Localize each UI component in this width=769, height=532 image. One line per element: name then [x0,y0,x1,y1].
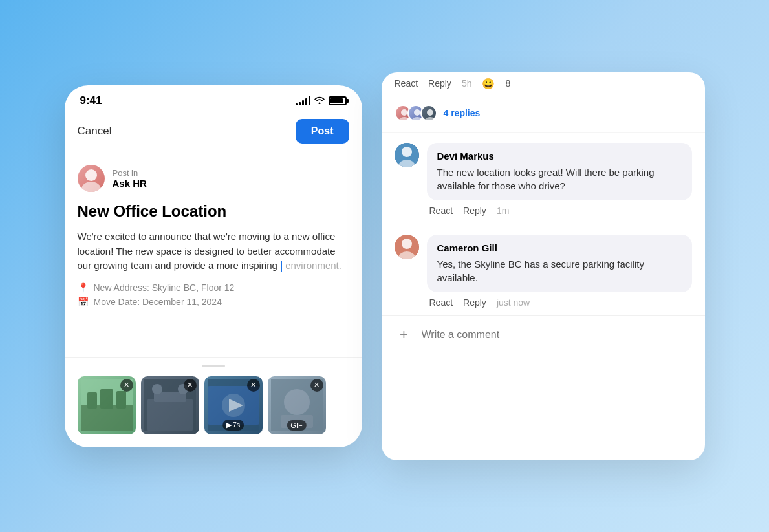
svg-point-17 [284,389,310,415]
replies-link[interactable]: 4 replies [444,108,481,118]
reply-avatar-3 [420,105,437,122]
svg-point-29 [402,239,412,249]
address-text: New Address: Skyline BC, Floor 12 [94,282,235,293]
nav-bar: Cancel Post [65,114,362,154]
svg-point-24 [424,117,436,122]
svg-rect-8 [147,399,193,431]
cameron-react-button[interactable]: React [429,297,453,308]
scene: 9:41 [0,0,769,532]
meta-address: 📍 New Address: Skyline BC, Floor 12 [78,282,349,293]
calendar-icon: 📅 [78,297,89,307]
chat-panel: React Reply 5h 😀 8 [382,72,705,460]
image-strip: ✕ ✕ [65,371,362,447]
location-icon: 📍 [78,282,89,293]
video-duration-badge: ▶ Write a comment 7s [222,420,244,431]
svg-rect-6 [116,391,126,409]
devi-reply-button[interactable]: Reply [463,206,486,216]
play-icon: ▶ [226,421,232,429]
status-icons [296,96,347,106]
remove-image-3-button[interactable]: ✕ [247,379,260,392]
battery-icon [329,96,347,105]
channel-name: Ask HR [113,178,147,189]
drag-pill [202,365,225,367]
svg-point-10 [152,384,162,394]
cameron-comment-actions: React Reply just now [427,297,692,313]
signal-bars-icon [296,96,310,105]
image-thumb-1[interactable]: ✕ [78,376,136,434]
svg-point-0 [85,169,97,181]
author-avatar [78,165,105,192]
emoji-reaction-top[interactable]: 😀 [482,78,495,90]
svg-point-26 [402,147,412,157]
reply-button-top[interactable]: Reply [428,78,451,89]
post-in-label: Post in [113,168,147,178]
svg-rect-5 [100,389,113,409]
devi-comment-time: 1m [497,206,509,216]
status-bar: 9:41 [65,85,362,114]
post-meta: 📍 New Address: Skyline BC, Floor 12 📅 Mo… [78,282,349,307]
devi-comment-body: Devi Markus The new location looks great… [427,143,692,221]
author-info: Post in Ask HR [113,168,147,189]
svg-point-23 [427,109,433,116]
devi-avatar [395,143,419,167]
comment-input[interactable] [422,329,692,341]
react-button-top[interactable]: React [395,78,418,89]
cameron-reply-button[interactable]: Reply [463,297,486,308]
post-body-cursor: environment. [285,260,341,271]
image-thumb-3[interactable]: ✕ ▶ Write a comment 7s [204,376,263,434]
remove-image-2-button[interactable]: ✕ [184,379,197,392]
reply-avatars [395,105,437,122]
drag-handle [65,358,362,371]
reaction-count-top: 8 [505,78,510,89]
devi-react-button[interactable]: React [429,206,453,216]
status-time: 9:41 [80,94,102,107]
post-title: New Office Location [78,202,349,221]
cameron-name: Cameron Gill [437,242,682,253]
image-thumb-4[interactable]: ✕ GIF [268,376,326,434]
remove-image-4-button[interactable]: ✕ [310,379,323,392]
cameron-comment-bubble: Cameron Gill Yes, the Skyline BC has a s… [427,235,692,292]
devi-name: Devi Markus [437,151,682,162]
meta-date: 📅 Move Date: December 11, 2024 [78,297,349,307]
post-button[interactable]: Post [296,119,349,144]
cameron-avatar [395,235,419,259]
cameron-text: Yes, the Skyline BC has a secure parking… [437,257,682,284]
reply-bar: React Reply 5h 😀 8 [382,72,705,98]
svg-point-21 [414,109,420,116]
wifi-icon [314,96,325,106]
top-message-time: 5h [462,78,472,89]
devi-comment-actions: React Reply 1m [427,206,692,221]
post-author: Post in Ask HR [78,165,349,192]
post-content: Post in Ask HR New Office Location We're… [65,154,362,357]
comment-item-1: Cameron Gill Yes, the Skyline BC has a s… [382,224,705,315]
devi-text: The new location looks great! Will there… [437,165,682,193]
image-thumb-2[interactable]: ✕ [141,376,199,434]
cameron-comment-body: Cameron Gill Yes, the Skyline BC has a s… [427,235,692,313]
date-text: Move Date: December 11, 2024 [94,297,222,307]
svg-point-1 [81,182,101,192]
post-body: We're excited to announce that we're mov… [78,229,349,273]
add-attachment-button[interactable]: + [395,325,414,345]
write-comment-bar: + [382,315,705,354]
text-cursor-icon [281,261,282,272]
comment-item-0: Devi Markus The new location looks great… [382,133,705,224]
svg-point-19 [401,109,407,116]
gif-badge: GIF [287,420,306,431]
phone-left: 9:41 [65,85,362,447]
svg-rect-4 [87,392,97,409]
cameron-comment-time: just now [497,297,530,308]
remove-image-1-button[interactable]: ✕ [120,379,133,392]
replies-row: 4 replies [382,98,705,133]
svg-rect-2 [81,405,133,431]
cancel-button[interactable]: Cancel [78,125,112,138]
devi-comment-bubble: Devi Markus The new location looks great… [427,143,692,200]
